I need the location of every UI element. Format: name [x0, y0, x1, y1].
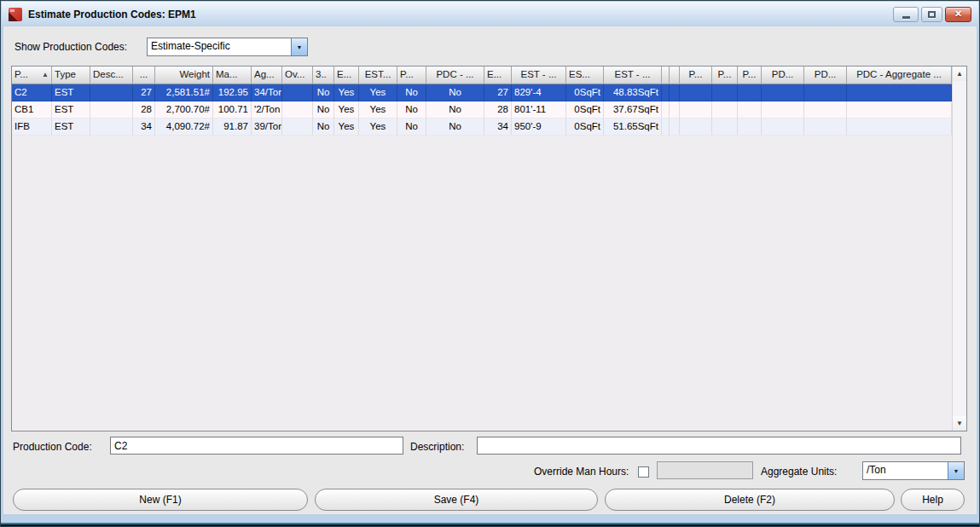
- column-header-label: PD...: [764, 67, 801, 84]
- column-header[interactable]: P...: [680, 67, 712, 84]
- column-header[interactable]: PD...: [762, 67, 804, 84]
- description-label: Description:: [410, 441, 464, 453]
- column-header[interactable]: EST - ...: [512, 67, 566, 84]
- window-title: Estimate Production Codes: EPM1: [28, 9, 196, 20]
- minimize-button[interactable]: [893, 7, 919, 22]
- cell: No: [313, 84, 334, 101]
- column-header[interactable]: Desc...: [90, 67, 133, 84]
- column-header[interactable]: [670, 67, 680, 84]
- column-header[interactable]: E...: [334, 67, 359, 84]
- chevron-down-icon[interactable]: ▼: [291, 38, 307, 55]
- column-header[interactable]: E...: [484, 67, 512, 84]
- column-header-label: E...: [487, 67, 508, 84]
- grid-header: P...▲TypeDesc......WeightMa...Ag...Ov...…: [12, 67, 952, 84]
- cell: [804, 119, 847, 136]
- new-button[interactable]: New (F1): [13, 489, 308, 511]
- cell: Yes: [334, 101, 359, 119]
- override-man-hours-label: Override Man Hours:: [534, 466, 629, 478]
- cell: [680, 84, 712, 101]
- column-header[interactable]: Weight: [155, 67, 213, 84]
- cell: 0SqFt: [566, 101, 604, 119]
- cell: [804, 101, 847, 119]
- description-input[interactable]: [477, 437, 961, 455]
- cell: 34: [484, 119, 512, 136]
- column-header[interactable]: PDC - ...: [426, 67, 484, 84]
- column-header[interactable]: PDC - Aggregate ...: [847, 67, 952, 84]
- maximize-button[interactable]: [921, 7, 942, 22]
- column-header-label: P...: [14, 67, 40, 84]
- close-icon: ✕: [954, 9, 962, 19]
- production-code-input[interactable]: [110, 437, 403, 455]
- table-row[interactable]: CB1EST282,700.70#100.71'2/TonNoYesYesNoN…: [12, 101, 952, 119]
- chevron-down-icon[interactable]: ▼: [948, 462, 964, 479]
- cell: [680, 101, 712, 119]
- cell: [670, 119, 680, 136]
- column-header[interactable]: P...▲: [12, 67, 52, 84]
- cell: EST: [52, 84, 90, 101]
- cell: No: [397, 101, 426, 119]
- cell: 2,700.70#: [155, 101, 213, 119]
- scrollbar-track[interactable]: [953, 81, 966, 416]
- cell: Yes: [334, 119, 359, 136]
- cell: [712, 84, 738, 101]
- column-header[interactable]: ES...: [566, 67, 604, 84]
- column-header-label: PD...: [807, 67, 844, 84]
- cell: [762, 119, 804, 136]
- show-production-codes-select[interactable]: Estimate-Specific ▼: [147, 38, 308, 56]
- cell: No: [397, 119, 426, 136]
- column-header[interactable]: P...: [397, 67, 426, 84]
- override-man-hours-checkbox[interactable]: [638, 466, 649, 478]
- cell: [847, 119, 952, 136]
- table-row[interactable]: C2EST272,581.51#192.9534/TonNoYesYesNoNo…: [12, 84, 952, 101]
- maximize-icon: [928, 11, 936, 18]
- cell: C2: [12, 84, 52, 101]
- column-header[interactable]: EST - ...: [604, 67, 662, 84]
- save-button[interactable]: Save (F4): [315, 489, 598, 511]
- column-header-label: EST - ...: [514, 67, 563, 84]
- column-header-label: Type: [55, 67, 87, 84]
- cell: [662, 101, 670, 119]
- aggregate-units-value: /Ton: [863, 462, 948, 479]
- close-button[interactable]: ✕: [945, 7, 971, 22]
- column-header[interactable]: Ov...: [282, 67, 313, 84]
- cell: [662, 84, 670, 101]
- scroll-up-icon[interactable]: ▲: [953, 67, 966, 81]
- cell: 100.71: [213, 101, 252, 119]
- scroll-down-icon[interactable]: ▼: [953, 416, 966, 431]
- column-header[interactable]: ...: [133, 67, 155, 84]
- cell: 91.87: [213, 119, 252, 136]
- column-header[interactable]: [662, 67, 670, 84]
- table-row[interactable]: IFBEST344,090.72#91.8739/TonNoYesYesNoNo…: [12, 119, 952, 136]
- cell: 950'-9: [512, 119, 566, 136]
- cell: 4,090.72#: [155, 119, 213, 136]
- cell: EST: [52, 101, 90, 119]
- help-button[interactable]: Help: [901, 489, 965, 511]
- cell: 48.83SqFt: [604, 84, 662, 101]
- cell: [712, 119, 738, 136]
- column-header[interactable]: Ag...: [252, 67, 282, 84]
- man-hours-input: [657, 461, 753, 479]
- title-bar: Estimate Production Codes: EPM1 ✕: [2, 2, 978, 26]
- cell: [282, 84, 313, 101]
- column-header-label: EST...: [362, 67, 394, 84]
- column-header[interactable]: P...: [738, 67, 762, 84]
- vertical-scrollbar[interactable]: ▲ ▼: [952, 67, 966, 431]
- production-codes-grid: P...▲TypeDesc......WeightMa...Ag...Ov...…: [11, 66, 967, 431]
- cell: 0SqFt: [566, 84, 604, 101]
- cell: 192.95: [213, 84, 252, 101]
- column-header[interactable]: Ma...: [213, 67, 252, 84]
- column-header[interactable]: P...: [712, 67, 738, 84]
- delete-button[interactable]: Delete (F2): [605, 489, 895, 511]
- cell: 2,581.51#: [155, 84, 213, 101]
- cell: 28: [484, 101, 512, 119]
- column-header[interactable]: 3..: [313, 67, 334, 84]
- aggregate-units-select[interactable]: /Ton ▼: [862, 461, 965, 480]
- cell: EST: [52, 119, 90, 136]
- cell: No: [426, 84, 484, 101]
- cell: CB1: [12, 101, 52, 119]
- column-header-label: P...: [740, 67, 758, 84]
- column-header[interactable]: EST...: [359, 67, 397, 84]
- column-header[interactable]: Type: [52, 67, 90, 84]
- cell: [804, 84, 847, 101]
- column-header[interactable]: PD...: [804, 67, 847, 84]
